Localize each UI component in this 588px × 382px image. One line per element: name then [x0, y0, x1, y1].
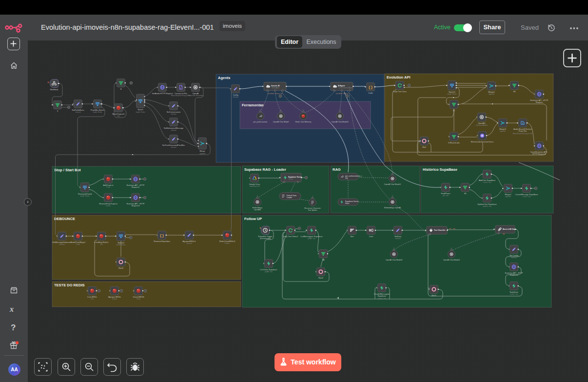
svg-text:Move Base64 String to File: Move Base64 String to File: [513, 133, 533, 135]
svg-text:create: row: create: row: [483, 181, 491, 183]
svg-text:BaixaTrapcat1: BaixaTrapcat1: [113, 113, 125, 115]
svg-text:If: If: [57, 110, 59, 112]
svg-text:GetAudio HTTP Request: GetAudio HTTP Request: [152, 92, 174, 95]
svg-text:AddChat SupaBase: AddChat SupaBase: [479, 179, 495, 181]
svg-text:IfJ: IfJ: [453, 109, 455, 112]
svg-text:Merge: Merge: [199, 150, 205, 152]
svg-text:FrontMix-Switch: FrontMix-Switch: [91, 109, 104, 111]
svg-text:mode: Rules: mode: Rules: [136, 111, 145, 113]
svg-text:append: append: [500, 130, 505, 132]
svg-text:Wait: Wait: [422, 146, 427, 148]
svg-text:ElevenLabsGenerateVoice: ElevenLabsGenerateVoice: [471, 141, 493, 143]
svg-text:Set Config: Set Config: [510, 254, 518, 257]
svg-text:RedisClearMSGs3: RedisClearMSGs3: [219, 240, 235, 242]
svg-text:Supabase Vector: Supabase Vector: [288, 176, 302, 178]
svg-text:Embeddings OpenAI: Embeddings OpenAI: [384, 207, 401, 209]
svg-text:mode: Rules: mode: Rules: [447, 93, 456, 95]
svg-text:Push: Push: [106, 186, 110, 188]
svg-text:AddTrapList: AddTrapList: [103, 184, 114, 186]
svg-text:Switch1: Switch1: [449, 91, 455, 93]
svg-text:n8n: n8n: [334, 86, 336, 87]
svg-text:update: row: update: row: [377, 298, 386, 300]
svg-text:append: append: [199, 153, 205, 155]
svg-text:Histórico SupaBase: Histórico SupaBase: [423, 167, 457, 172]
svg-text:Ferramentas: Ferramentas: [242, 103, 264, 107]
svg-text:Supabase: Supabase: [377, 295, 386, 297]
svg-text:ListaMsg Redis1: ListaMsg Redis1: [95, 241, 109, 243]
svg-text:manual: manual: [171, 129, 176, 131]
svg-text:create: row: create: row: [523, 196, 531, 198]
svg-text:Agents: Agents: [218, 76, 230, 80]
svg-text:Supabase RAG - Loader: Supabase RAG - Loader: [244, 167, 286, 172]
svg-text:Delete: Delete: [225, 242, 230, 244]
svg-text:Get: Get: [91, 298, 94, 300]
svg-text:IfS: IfS: [513, 90, 516, 93]
svg-text:Limit: Limit: [369, 235, 373, 238]
svg-text:Supabase: Supabase: [510, 291, 518, 293]
svg-text:OpenAI1: OpenAI1: [254, 209, 261, 211]
svg-text:DEBOUNCE: DEBOUNCE: [54, 217, 75, 221]
svg-text:Merge2: Merge2: [488, 91, 494, 93]
svg-text:Redis Chat Memory: Redis Chat Memory: [295, 121, 312, 123]
svg-text:manual: manual: [186, 242, 192, 244]
svg-text:Store2: Store2: [289, 178, 293, 180]
svg-text:Chat Model* Memory Tool: Chat Model* Memory Tool: [267, 93, 283, 95]
svg-text:mode: Rules: mode: Rules: [116, 244, 125, 246]
svg-text:SetEphemeralMessage: SetEphemeralMessage: [164, 127, 183, 129]
svg-text:SetMessageDebounce: SetMessageDebounce: [52, 241, 71, 243]
svg-text:Wait3: Wait3: [118, 267, 123, 269]
svg-text:Get: Get: [117, 115, 120, 117]
svg-text:Text Splitter: Text Splitter: [308, 209, 317, 211]
svg-text:Basic LLM Chain: Basic LLM Chain: [503, 228, 516, 230]
svg-text:Evolution API: Evolution API: [387, 75, 410, 80]
svg-text:Transcribe Recording: Transcribe Recording: [188, 95, 203, 97]
svg-text:mode: Rules: mode: Rules: [93, 111, 102, 113]
svg-text:Push: Push: [137, 298, 140, 300]
svg-text:manual: manual: [233, 96, 238, 98]
svg-text:Merge1: Merge1: [505, 193, 511, 196]
svg-text:{}: {}: [368, 85, 372, 89]
svg-text:{}: {}: [159, 233, 164, 238]
svg-text:ListMensagens Supabase: ListMensagens Supabase: [301, 235, 323, 238]
svg-text:Loop Over Itens: Loop Over Itens: [393, 90, 407, 93]
svg-text:WebHook: WebHook: [50, 88, 58, 91]
svg-text:Text Classifier: Text Classifier: [434, 229, 446, 231]
svg-text:OpenAI Chat Model: OpenAI Chat Model: [273, 121, 289, 123]
svg-text:ListChats Supabase: ListChats Supabase: [260, 268, 277, 271]
svg-text:RemovedChatId: RemovedChatId: [78, 193, 92, 195]
svg-text:OpenAI Chat Model1: OpenAI Chat Model1: [384, 183, 401, 185]
svg-text:OpenAI Chat Model3: OpenAI Chat Model3: [386, 259, 402, 261]
svg-text:Generate Audio: Generate Audio: [476, 124, 488, 126]
svg-text:SetFieldsBasic: SetFieldsBasic: [72, 109, 84, 111]
svg-text:Tools Agent: Tools Agent: [272, 87, 279, 89]
svg-text:getAll: row: getAll: row: [265, 271, 273, 273]
svg-text:download: file: download: file: [250, 185, 260, 187]
svg-text:SetConversation: SetConversation: [167, 111, 181, 113]
svg-text:IfA: IfA: [322, 259, 325, 261]
svg-text:Store: Store: [345, 202, 350, 204]
svg-text:IfS: IfS: [464, 192, 467, 195]
svg-text:AI Agent: AI Agent: [338, 85, 345, 87]
svg-text:From File: From File: [519, 130, 527, 132]
svg-text:n8n: n8n: [267, 86, 270, 87]
svg-text:Conversational Agent: Conversational Agent: [338, 87, 353, 89]
svg-text:RAG: RAG: [333, 167, 341, 172]
svg-text:get: row: get: row: [443, 195, 449, 197]
svg-text:Delete: Delete: [106, 205, 111, 207]
svg-text:Sort: Sort: [350, 235, 354, 238]
svg-text:append: append: [489, 93, 494, 95]
svg-text:FindPhone: FindPhone: [441, 192, 451, 195]
svg-text:Code: Code: [368, 92, 372, 94]
svg-text:Wait2: Wait2: [318, 277, 323, 279]
svg-text:Google Drive: Google Drive: [249, 183, 260, 185]
svg-text:OpenAI1: OpenAI1: [478, 122, 485, 124]
svg-text:manual: manual: [395, 238, 400, 240]
svg-text:manual: manual: [59, 243, 64, 245]
svg-text:Imoveis AI: Imoveis AI: [271, 85, 279, 87]
svg-text:OpenAI: OpenAI: [192, 92, 198, 95]
svg-text:Lista MSGs: Lista MSGs: [87, 296, 97, 298]
svg-text:RedisPushMsgs1: RedisPushMsgs1: [71, 241, 85, 243]
svg-text:Delete: Delete: [112, 298, 117, 300]
svg-text:Convert to File: Convert to File: [175, 92, 187, 95]
svg-text:If ElevenLabs: If ElevenLabs: [448, 141, 460, 144]
